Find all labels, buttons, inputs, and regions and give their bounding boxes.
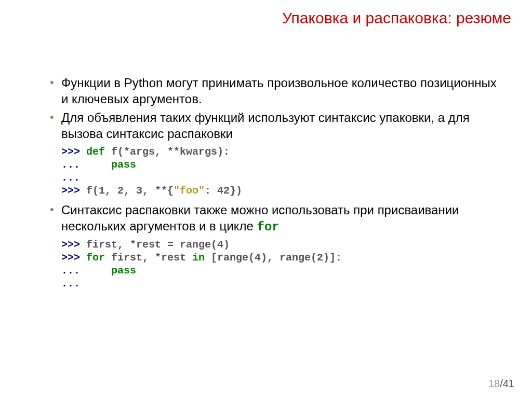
code2-line2-mid: first, *rest — [105, 252, 192, 264]
code1-line4-a: f(1, 2, 3, **{ — [86, 185, 174, 197]
code1-line3-prompt: ... — [61, 172, 80, 184]
code2-line4-prompt: ... — [61, 278, 80, 290]
slide-title: Упаковка и распаковка: резюме — [282, 9, 511, 27]
code1-line4-prompt: >>> — [61, 185, 86, 197]
code-block-2: >>> first, *rest = range(4) >>> for firs… — [61, 238, 501, 290]
code1-line1-prompt: >>> — [61, 146, 86, 158]
slide-content: Функции в Python могут принимать произво… — [50, 75, 501, 295]
slide: Упаковка и распаковка: резюме Функции в … — [0, 0, 532, 398]
code1-line4-b: : 42}) — [205, 185, 242, 197]
code2-line2-for: for — [86, 252, 105, 264]
code1-line2-pass: pass — [111, 159, 136, 171]
code2-line2-in: in — [192, 252, 205, 264]
code2-line1-rest: first, *rest = range(4) — [86, 239, 230, 251]
code1-line2-indent — [86, 159, 111, 171]
bullet-2-text: Для объявления таких функций используют … — [61, 111, 470, 141]
code2-line2-prompt: >>> — [61, 252, 86, 264]
bullet-2: Для объявления таких функций используют … — [50, 110, 501, 142]
code2-line3-indent — [86, 265, 111, 277]
code2-line1-prompt: >>> — [61, 239, 86, 251]
page-number: 18/41 — [488, 378, 514, 390]
code1-line4-str: "foo" — [174, 185, 205, 197]
page-current: 18 — [488, 378, 500, 389]
code-block-1: >>> def f(*args, **kwargs): ... pass ...… — [61, 145, 501, 197]
bullet-1: Функции в Python могут принимать произво… — [50, 75, 501, 107]
code1-line1-def: def — [86, 146, 105, 158]
bullet-1-text: Функции в Python могут принимать произво… — [61, 76, 497, 106]
page-total: 41 — [503, 378, 514, 389]
code2-line3-pass: pass — [111, 265, 136, 277]
code2-line2-rest: [range(4), range(2)]: — [205, 252, 342, 264]
bullet-3-inline-code: for — [257, 220, 279, 234]
bullet-3: Синтаксис распаковки также можно использ… — [50, 202, 501, 235]
code2-line3-prompt: ... — [61, 265, 86, 277]
code1-line2-prompt: ... — [61, 159, 86, 171]
code1-line1-rest: f(*args, **kwargs): — [105, 146, 230, 158]
